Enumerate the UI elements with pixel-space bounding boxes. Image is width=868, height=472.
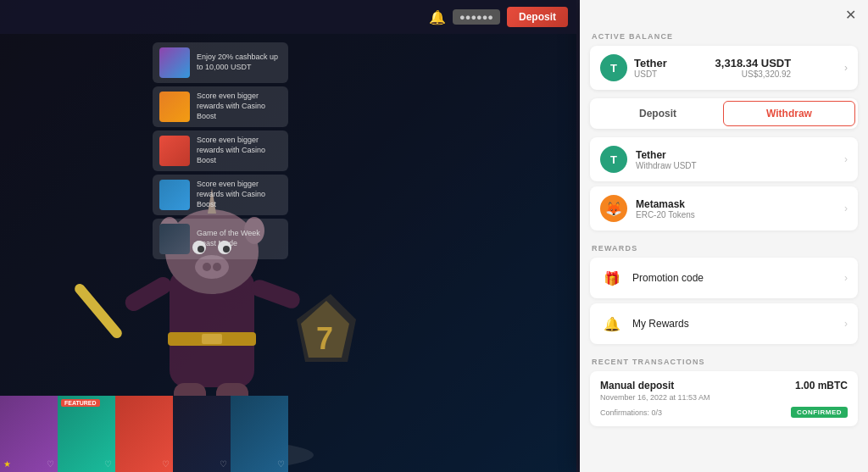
balance-info: Tether USDT — [634, 57, 667, 79]
metamask-option-sub: ERC-20 Tokens — [636, 210, 695, 219]
tether-icon-large: T — [600, 54, 627, 81]
user-badge: ●●●●●● — [453, 9, 500, 25]
balance-left: T Tether USDT — [600, 54, 667, 81]
casino-background: 🔔 ●●●●●● Deposit — [0, 0, 576, 472]
tx-top: Manual deposit 1.00 mBTC — [600, 380, 848, 391]
tx-date: November 16, 2022 at 11:53 AM — [600, 393, 848, 402]
deposit-withdraw-tabs: Deposit Withdraw — [590, 98, 858, 129]
balance-card[interactable]: T Tether USDT 3,318.34 USDT US$3,320.92 … — [590, 46, 858, 90]
rewards-label: REWARDS — [580, 239, 868, 258]
bottom-game-thumbs: ★ ♡ FEATURED ♡ ♡ ♡ ♡ — [0, 396, 288, 472]
transactions-section: RECENT TRANSACTIONS Manual deposit 1.00 … — [580, 353, 868, 426]
balance-usd: US$3,320.92 — [715, 69, 792, 79]
tx-name: Manual deposit — [600, 380, 674, 391]
promo-text-5: Game of the Week Beast Mode — [197, 229, 281, 248]
promo-card-2[interactable]: Score even bigger rewards with Casino Bo… — [153, 86, 288, 127]
thumb-3[interactable]: ♡ — [115, 396, 173, 472]
currency-name: Tether — [634, 57, 667, 69]
thumb-heart-5: ♡ — [277, 459, 285, 469]
promo-thumb-4 — [159, 180, 190, 210]
bell-icon: 🔔 — [429, 9, 446, 25]
thumb-1[interactable]: ★ ♡ — [0, 396, 58, 472]
my-rewards-label: My Rewards — [632, 318, 836, 330]
promo-thumb-5 — [159, 224, 190, 254]
promo-thumb-2 — [159, 92, 190, 122]
promotion-code-chevron-icon: › — [844, 272, 848, 284]
promo-card-3[interactable]: Score even bigger rewards with Casino Bo… — [153, 130, 288, 171]
transactions-label: RECENT TRANSACTIONS — [580, 353, 868, 371]
svg-point-11 — [203, 263, 211, 271]
promo-cards-list: Enjoy 20% cashback up to 10,000 USDT Sco… — [153, 42, 288, 259]
balance-amount: 3,318.34 USDT — [715, 57, 792, 69]
metamask-option[interactable]: 🦊 Metamask ERC-20 Tokens › — [590, 186, 858, 230]
withdraw-tab[interactable]: Withdraw — [723, 101, 855, 126]
transaction-card: Manual deposit 1.00 mBTC November 16, 20… — [590, 371, 858, 426]
deposit-button[interactable]: Deposit — [507, 7, 568, 27]
tether-option-name: Tether — [636, 149, 697, 161]
promo-thumb-1 — [159, 47, 190, 78]
thumb-2[interactable]: FEATURED ♡ — [58, 396, 115, 472]
thumb-badge-2: FEATURED — [61, 399, 100, 407]
thumb-4[interactable]: ♡ — [173, 396, 231, 472]
thumb-heart-1: ♡ — [47, 459, 54, 469]
promo-card-4[interactable]: Score even bigger rewards with Casino Bo… — [153, 175, 288, 215]
my-rewards-icon: 🔔 — [600, 312, 624, 336]
promo-text-1: Enjoy 20% cashback up to 10,000 USDT — [197, 53, 281, 72]
promo-card-1[interactable]: Enjoy 20% cashback up to 10,000 USDT — [153, 42, 288, 83]
metamask-option-icon: 🦊 — [600, 195, 627, 222]
thumb-heart-3: ♡ — [162, 459, 170, 469]
wallet-panel: ✕ ACTIVE BALANCE T Tether USDT 3,318.34 … — [580, 0, 868, 472]
tether-option[interactable]: T Tether Withdraw USDT › — [590, 137, 858, 181]
thumb-heart-2: ♡ — [104, 459, 112, 469]
tx-amount: 1.00 mBTC — [795, 380, 848, 391]
balance-right: 3,318.34 USDT US$3,320.92 — [715, 57, 792, 79]
svg-rect-13 — [122, 274, 175, 314]
svg-text:7: 7 — [316, 321, 333, 356]
close-button[interactable]: ✕ — [845, 8, 856, 22]
tether-option-icon: T — [600, 146, 627, 173]
panel-header: ✕ — [580, 0, 868, 27]
promo-text-2: Score even bigger rewards with Casino Bo… — [197, 92, 281, 121]
currency-code: USDT — [634, 69, 667, 79]
promotion-code-label: Promotion code — [632, 272, 836, 284]
promo-thumb-3 — [159, 136, 190, 166]
balance-chevron-icon: › — [844, 62, 848, 74]
thumb-5[interactable]: ♡ — [231, 396, 288, 472]
svg-rect-14 — [73, 282, 125, 341]
svg-point-12 — [213, 263, 221, 271]
thumb-heart-4: ♡ — [220, 459, 227, 469]
svg-rect-15 — [248, 277, 302, 310]
promo-card-5[interactable]: Game of the Week Beast Mode — [153, 219, 288, 259]
svg-rect-17 — [202, 334, 222, 344]
tether-option-sub: Withdraw USDT — [636, 161, 697, 170]
promo-text-4: Score even bigger rewards with Casino Bo… — [197, 180, 281, 209]
tether-option-text: Tether Withdraw USDT — [636, 149, 697, 170]
tx-bottom: Confirmations: 0/3 CONFIRMED — [600, 407, 848, 418]
metamask-chevron-icon: › — [844, 203, 848, 214]
metamask-option-name: Metamask — [636, 198, 695, 210]
active-balance-label: ACTIVE BALANCE — [580, 27, 868, 46]
tx-confirmations: Confirmations: 0/3 — [600, 408, 662, 417]
promo-text-3: Score even bigger rewards with Casino Bo… — [197, 136, 281, 165]
my-rewards-chevron-icon: › — [844, 318, 848, 330]
promotion-code-icon: 🎁 — [600, 266, 624, 290]
thumb-star-1: ★ — [3, 459, 11, 469]
top-bar: 🔔 ●●●●●● Deposit — [0, 0, 576, 34]
rewards-section: REWARDS 🎁 Promotion code › 🔔 My Rewards … — [580, 239, 868, 349]
my-rewards-item[interactable]: 🔔 My Rewards › — [590, 303, 858, 344]
tx-status-badge: CONFIRMED — [791, 407, 848, 418]
metamask-option-text: Metamask ERC-20 Tokens — [636, 198, 695, 219]
promotion-code-item[interactable]: 🎁 Promotion code › — [590, 258, 858, 298]
tether-chevron-icon: › — [844, 153, 848, 165]
deposit-tab[interactable]: Deposit — [593, 101, 723, 126]
